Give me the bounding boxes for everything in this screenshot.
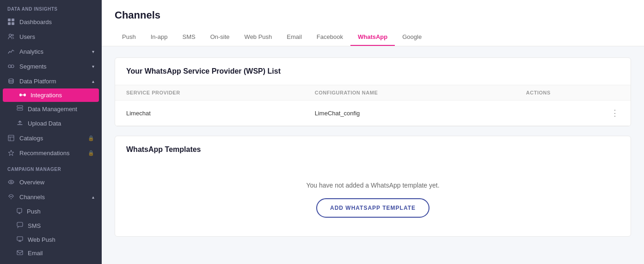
tab-bar: Push In-app SMS On-site Web Push Email F… bbox=[115, 29, 631, 46]
data-mgmt-icon bbox=[17, 105, 23, 113]
email-icon bbox=[17, 250, 23, 257]
actions-menu-button[interactable]: ⋮ bbox=[611, 108, 619, 118]
svg-point-8 bbox=[9, 79, 13, 81]
sidebar-item-users-label: Users bbox=[19, 33, 94, 40]
svg-marker-17 bbox=[8, 150, 14, 156]
sidebar-item-analytics[interactable]: Analytics ▾ bbox=[0, 44, 102, 59]
svg-rect-3 bbox=[12, 22, 14, 25]
page-title: Channels bbox=[115, 9, 631, 21]
users-icon bbox=[7, 33, 15, 40]
svg-rect-13 bbox=[17, 108, 23, 110]
svg-rect-9 bbox=[19, 94, 22, 96]
chevron-up-icon: ▴ bbox=[92, 195, 94, 200]
svg-rect-10 bbox=[24, 94, 26, 96]
tab-web-push[interactable]: Web Push bbox=[237, 29, 280, 46]
sidebar-web-push-label: Web Push bbox=[28, 236, 55, 243]
chevron-up-icon: ▴ bbox=[92, 79, 94, 84]
svg-rect-27 bbox=[17, 251, 23, 255]
sidebar-upload-label: Upload Data bbox=[28, 120, 61, 127]
svg-rect-14 bbox=[8, 135, 14, 141]
svg-point-6 bbox=[8, 65, 11, 68]
recommendations-icon bbox=[7, 149, 15, 157]
tab-facebook[interactable]: Facebook bbox=[309, 29, 350, 46]
segments-icon bbox=[7, 63, 15, 70]
svg-rect-12 bbox=[17, 106, 23, 107]
sidebar: DATA AND INSIGHTS Dashboards Users bbox=[0, 0, 102, 264]
sms-icon bbox=[17, 222, 23, 230]
config-cell: LimeChat_config bbox=[304, 101, 515, 126]
wsp-table: SERVICE PROVIDER CONFIGURATION NAME ACTI… bbox=[115, 85, 631, 126]
sidebar-item-dashboards[interactable]: Dashboards bbox=[0, 14, 102, 29]
sidebar-item-segments[interactable]: Segments ▾ bbox=[0, 59, 102, 74]
sidebar-overview-label: Overview bbox=[19, 179, 94, 186]
wsp-card-title: Your WhatsApp Service Provider (WSP) Lis… bbox=[115, 58, 631, 85]
section-title-campaign: CAMPAIGN MANAGER bbox=[0, 160, 102, 175]
wsp-card: Your WhatsApp Service Provider (WSP) Lis… bbox=[115, 57, 631, 126]
svg-rect-2 bbox=[8, 22, 11, 25]
sidebar-item-overview[interactable]: Overview bbox=[0, 175, 102, 189]
svg-rect-1 bbox=[12, 19, 14, 21]
sidebar-item-push[interactable]: Push bbox=[0, 204, 102, 219]
empty-state: You have not added a WhatsApp template y… bbox=[115, 163, 631, 236]
lock-icon: 🔒 bbox=[88, 150, 94, 156]
col-config-name: CONFIGURATION NAME bbox=[304, 85, 515, 101]
tab-push[interactable]: Push bbox=[115, 29, 143, 46]
eye-icon bbox=[7, 178, 15, 186]
sidebar-item-data-platform-label: Data Platform bbox=[19, 78, 87, 85]
sidebar-item-data-management[interactable]: Data Management bbox=[0, 102, 102, 116]
sidebar-integrations-label: Integrations bbox=[31, 92, 62, 99]
sidebar-item-segments-label: Segments bbox=[19, 63, 87, 70]
channels-icon bbox=[7, 193, 15, 201]
tab-whatsapp[interactable]: WhatsApp bbox=[350, 29, 395, 46]
chevron-down-icon: ▾ bbox=[92, 64, 94, 69]
analytics-icon bbox=[7, 48, 15, 55]
sidebar-recommendations-label: Recommendations bbox=[19, 150, 83, 157]
svg-point-5 bbox=[12, 34, 14, 36]
add-whatsapp-template-button[interactable]: ADD WHATSAPP TEMPLATE bbox=[316, 198, 429, 218]
main-content: Channels Push In-app SMS On-site Web Pus… bbox=[102, 0, 644, 264]
sidebar-item-channels[interactable]: Channels ▴ bbox=[0, 189, 102, 204]
catalogs-icon bbox=[7, 134, 15, 142]
tab-on-site[interactable]: On-site bbox=[203, 29, 237, 46]
table-row: Limechat LimeChat_config ⋮ bbox=[115, 101, 631, 126]
actions-cell: ⋮ bbox=[515, 101, 631, 126]
svg-point-19 bbox=[11, 198, 12, 199]
sidebar-item-integrations[interactable]: Integrations bbox=[3, 88, 99, 102]
svg-rect-24 bbox=[17, 237, 23, 240]
svg-rect-0 bbox=[8, 19, 11, 21]
tab-email[interactable]: Email bbox=[279, 29, 309, 46]
tab-sms[interactable]: SMS bbox=[175, 29, 203, 46]
tab-in-app[interactable]: In-app bbox=[143, 29, 175, 46]
grid-icon bbox=[7, 18, 15, 25]
sidebar-email-label: Email bbox=[28, 250, 43, 257]
sidebar-item-dashboards-label: Dashboards bbox=[19, 19, 94, 25]
sidebar-item-sms[interactable]: SMS bbox=[0, 219, 102, 233]
empty-state-text: You have not added a WhatsApp template y… bbox=[126, 182, 619, 189]
sidebar-catalogs-label: Catalogs bbox=[19, 135, 83, 142]
section-title-data: DATA AND INSIGHTS bbox=[0, 0, 102, 14]
sidebar-item-catalogs[interactable]: Catalogs 🔒 bbox=[0, 131, 102, 145]
sidebar-data-mgmt-label: Data Management bbox=[28, 106, 77, 113]
svg-rect-23 bbox=[17, 222, 23, 226]
upload-icon bbox=[17, 119, 23, 127]
web-push-icon bbox=[17, 236, 23, 243]
content-area: Your WhatsApp Service Provider (WSP) Lis… bbox=[102, 46, 644, 264]
integrations-icon bbox=[19, 92, 26, 99]
col-service-provider: SERVICE PROVIDER bbox=[115, 85, 304, 101]
sidebar-item-recommendations[interactable]: Recommendations 🔒 bbox=[0, 145, 102, 160]
col-actions: ACTIONS bbox=[515, 85, 631, 101]
sidebar-channels-label: Channels bbox=[19, 194, 87, 201]
sidebar-item-email[interactable]: Email bbox=[0, 246, 102, 260]
templates-card-title: WhatsApp Templates bbox=[115, 136, 631, 163]
provider-cell: Limechat bbox=[115, 101, 304, 126]
svg-rect-20 bbox=[17, 208, 22, 213]
svg-point-7 bbox=[11, 65, 14, 68]
sidebar-item-users[interactable]: Users bbox=[0, 29, 102, 44]
tab-google[interactable]: Google bbox=[395, 29, 429, 46]
sidebar-item-data-platform[interactable]: Data Platform ▴ bbox=[0, 74, 102, 88]
sidebar-item-upload-data[interactable]: Upload Data bbox=[0, 116, 102, 131]
sidebar-item-web-push[interactable]: Web Push bbox=[0, 233, 102, 246]
lock-icon: 🔒 bbox=[88, 135, 94, 141]
sidebar-item-analytics-label: Analytics bbox=[19, 48, 87, 55]
templates-card: WhatsApp Templates You have not added a … bbox=[115, 136, 631, 237]
